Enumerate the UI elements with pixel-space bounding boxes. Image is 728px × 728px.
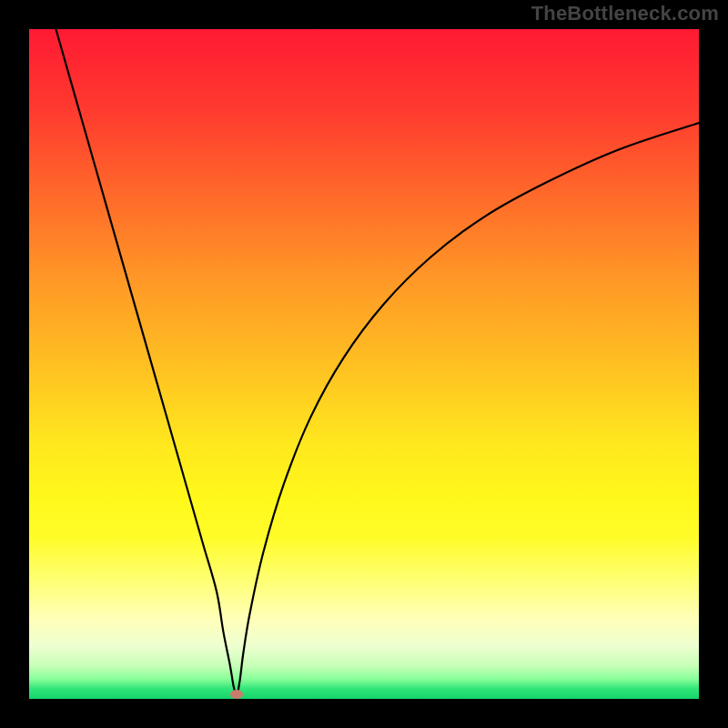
minimum-marker	[230, 690, 243, 699]
watermark-text: TheBottleneck.com	[531, 2, 719, 25]
curve-path	[56, 29, 699, 699]
plot-area	[29, 29, 699, 699]
chart-frame: TheBottleneck.com	[0, 0, 728, 728]
bottleneck-curve	[29, 29, 699, 699]
